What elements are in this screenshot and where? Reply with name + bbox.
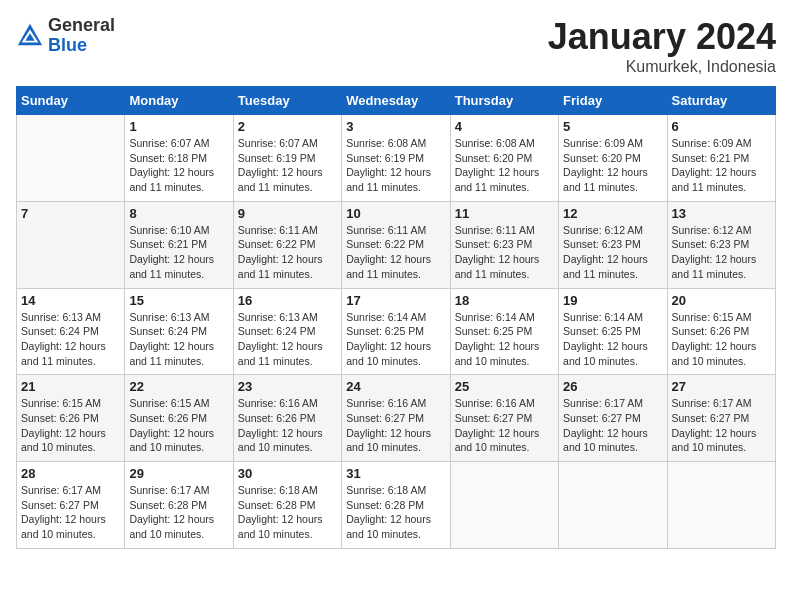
- calendar-cell: 8Sunrise: 6:10 AM Sunset: 6:21 PM Daylig…: [125, 201, 233, 288]
- day-info: Sunrise: 6:17 AM Sunset: 6:27 PM Dayligh…: [21, 483, 120, 542]
- calendar-cell: 6Sunrise: 6:09 AM Sunset: 6:21 PM Daylig…: [667, 115, 775, 202]
- calendar-cell: 27Sunrise: 6:17 AM Sunset: 6:27 PM Dayli…: [667, 375, 775, 462]
- calendar-cell: 26Sunrise: 6:17 AM Sunset: 6:27 PM Dayli…: [559, 375, 667, 462]
- calendar-cell: 25Sunrise: 6:16 AM Sunset: 6:27 PM Dayli…: [450, 375, 558, 462]
- day-info: Sunrise: 6:14 AM Sunset: 6:25 PM Dayligh…: [455, 310, 554, 369]
- day-number: 22: [129, 379, 228, 394]
- calendar-cell: 21Sunrise: 6:15 AM Sunset: 6:26 PM Dayli…: [17, 375, 125, 462]
- day-info: Sunrise: 6:09 AM Sunset: 6:21 PM Dayligh…: [672, 136, 771, 195]
- day-info: Sunrise: 6:16 AM Sunset: 6:26 PM Dayligh…: [238, 396, 337, 455]
- calendar-cell: 18Sunrise: 6:14 AM Sunset: 6:25 PM Dayli…: [450, 288, 558, 375]
- day-number: 27: [672, 379, 771, 394]
- day-number: 5: [563, 119, 662, 134]
- calendar-cell: 14Sunrise: 6:13 AM Sunset: 6:24 PM Dayli…: [17, 288, 125, 375]
- day-info: Sunrise: 6:14 AM Sunset: 6:25 PM Dayligh…: [563, 310, 662, 369]
- calendar-cell: 10Sunrise: 6:11 AM Sunset: 6:22 PM Dayli…: [342, 201, 450, 288]
- day-number: 21: [21, 379, 120, 394]
- week-row-5: 28Sunrise: 6:17 AM Sunset: 6:27 PM Dayli…: [17, 462, 776, 549]
- week-row-2: 78Sunrise: 6:10 AM Sunset: 6:21 PM Dayli…: [17, 201, 776, 288]
- day-number: 8: [129, 206, 228, 221]
- day-info: Sunrise: 6:15 AM Sunset: 6:26 PM Dayligh…: [672, 310, 771, 369]
- day-info: Sunrise: 6:18 AM Sunset: 6:28 PM Dayligh…: [238, 483, 337, 542]
- title-block: January 2024 Kumurkek, Indonesia: [548, 16, 776, 76]
- header-monday: Monday: [125, 87, 233, 115]
- day-info: Sunrise: 6:07 AM Sunset: 6:19 PM Dayligh…: [238, 136, 337, 195]
- day-info: Sunrise: 6:13 AM Sunset: 6:24 PM Dayligh…: [238, 310, 337, 369]
- logo-icon: [16, 22, 44, 50]
- day-info: Sunrise: 6:12 AM Sunset: 6:23 PM Dayligh…: [672, 223, 771, 282]
- day-number: 29: [129, 466, 228, 481]
- calendar-cell: [17, 115, 125, 202]
- day-info: Sunrise: 6:07 AM Sunset: 6:18 PM Dayligh…: [129, 136, 228, 195]
- day-number: 9: [238, 206, 337, 221]
- calendar-cell: 7: [17, 201, 125, 288]
- calendar-cell: 4Sunrise: 6:08 AM Sunset: 6:20 PM Daylig…: [450, 115, 558, 202]
- page-title: January 2024: [548, 16, 776, 58]
- day-number: 26: [563, 379, 662, 394]
- calendar-cell: 13Sunrise: 6:12 AM Sunset: 6:23 PM Dayli…: [667, 201, 775, 288]
- day-info: Sunrise: 6:16 AM Sunset: 6:27 PM Dayligh…: [455, 396, 554, 455]
- calendar-cell: 28Sunrise: 6:17 AM Sunset: 6:27 PM Dayli…: [17, 462, 125, 549]
- header-friday: Friday: [559, 87, 667, 115]
- day-number: 28: [21, 466, 120, 481]
- day-info: Sunrise: 6:17 AM Sunset: 6:27 PM Dayligh…: [563, 396, 662, 455]
- day-number: 11: [455, 206, 554, 221]
- day-info: Sunrise: 6:11 AM Sunset: 6:22 PM Dayligh…: [238, 223, 337, 282]
- calendar-cell: [559, 462, 667, 549]
- day-number: 14: [21, 293, 120, 308]
- day-number: 15: [129, 293, 228, 308]
- day-info: Sunrise: 6:12 AM Sunset: 6:23 PM Dayligh…: [563, 223, 662, 282]
- day-number: 19: [563, 293, 662, 308]
- calendar-header-row: SundayMondayTuesdayWednesdayThursdayFrid…: [17, 87, 776, 115]
- day-number: 24: [346, 379, 445, 394]
- calendar-table: SundayMondayTuesdayWednesdayThursdayFrid…: [16, 86, 776, 549]
- calendar-cell: 12Sunrise: 6:12 AM Sunset: 6:23 PM Dayli…: [559, 201, 667, 288]
- day-number: 20: [672, 293, 771, 308]
- day-number: 7: [21, 206, 120, 221]
- day-number: 1: [129, 119, 228, 134]
- calendar-cell: 19Sunrise: 6:14 AM Sunset: 6:25 PM Dayli…: [559, 288, 667, 375]
- day-info: Sunrise: 6:13 AM Sunset: 6:24 PM Dayligh…: [129, 310, 228, 369]
- day-number: 10: [346, 206, 445, 221]
- calendar-cell: 5Sunrise: 6:09 AM Sunset: 6:20 PM Daylig…: [559, 115, 667, 202]
- calendar-cell: 9Sunrise: 6:11 AM Sunset: 6:22 PM Daylig…: [233, 201, 341, 288]
- day-info: Sunrise: 6:10 AM Sunset: 6:21 PM Dayligh…: [129, 223, 228, 282]
- day-info: Sunrise: 6:08 AM Sunset: 6:19 PM Dayligh…: [346, 136, 445, 195]
- logo-general-text: General: [48, 15, 115, 35]
- calendar-cell: 22Sunrise: 6:15 AM Sunset: 6:26 PM Dayli…: [125, 375, 233, 462]
- calendar-cell: 23Sunrise: 6:16 AM Sunset: 6:26 PM Dayli…: [233, 375, 341, 462]
- calendar-cell: 17Sunrise: 6:14 AM Sunset: 6:25 PM Dayli…: [342, 288, 450, 375]
- calendar-cell: 15Sunrise: 6:13 AM Sunset: 6:24 PM Dayli…: [125, 288, 233, 375]
- day-info: Sunrise: 6:14 AM Sunset: 6:25 PM Dayligh…: [346, 310, 445, 369]
- day-number: 30: [238, 466, 337, 481]
- calendar-cell: 29Sunrise: 6:17 AM Sunset: 6:28 PM Dayli…: [125, 462, 233, 549]
- calendar-cell: 31Sunrise: 6:18 AM Sunset: 6:28 PM Dayli…: [342, 462, 450, 549]
- day-number: 4: [455, 119, 554, 134]
- day-number: 13: [672, 206, 771, 221]
- day-number: 18: [455, 293, 554, 308]
- logo-blue-text: Blue: [48, 35, 87, 55]
- day-info: Sunrise: 6:16 AM Sunset: 6:27 PM Dayligh…: [346, 396, 445, 455]
- week-row-4: 21Sunrise: 6:15 AM Sunset: 6:26 PM Dayli…: [17, 375, 776, 462]
- day-number: 2: [238, 119, 337, 134]
- day-info: Sunrise: 6:11 AM Sunset: 6:23 PM Dayligh…: [455, 223, 554, 282]
- day-info: Sunrise: 6:17 AM Sunset: 6:28 PM Dayligh…: [129, 483, 228, 542]
- calendar-cell: 16Sunrise: 6:13 AM Sunset: 6:24 PM Dayli…: [233, 288, 341, 375]
- day-number: 16: [238, 293, 337, 308]
- day-info: Sunrise: 6:15 AM Sunset: 6:26 PM Dayligh…: [21, 396, 120, 455]
- day-number: 6: [672, 119, 771, 134]
- day-info: Sunrise: 6:08 AM Sunset: 6:20 PM Dayligh…: [455, 136, 554, 195]
- header-tuesday: Tuesday: [233, 87, 341, 115]
- header-sunday: Sunday: [17, 87, 125, 115]
- day-number: 25: [455, 379, 554, 394]
- page-subtitle: Kumurkek, Indonesia: [548, 58, 776, 76]
- calendar-cell: 3Sunrise: 6:08 AM Sunset: 6:19 PM Daylig…: [342, 115, 450, 202]
- page-header: General Blue January 2024 Kumurkek, Indo…: [16, 16, 776, 76]
- calendar-cell: [450, 462, 558, 549]
- day-number: 12: [563, 206, 662, 221]
- header-thursday: Thursday: [450, 87, 558, 115]
- day-number: 31: [346, 466, 445, 481]
- day-info: Sunrise: 6:17 AM Sunset: 6:27 PM Dayligh…: [672, 396, 771, 455]
- calendar-cell: 20Sunrise: 6:15 AM Sunset: 6:26 PM Dayli…: [667, 288, 775, 375]
- day-number: 3: [346, 119, 445, 134]
